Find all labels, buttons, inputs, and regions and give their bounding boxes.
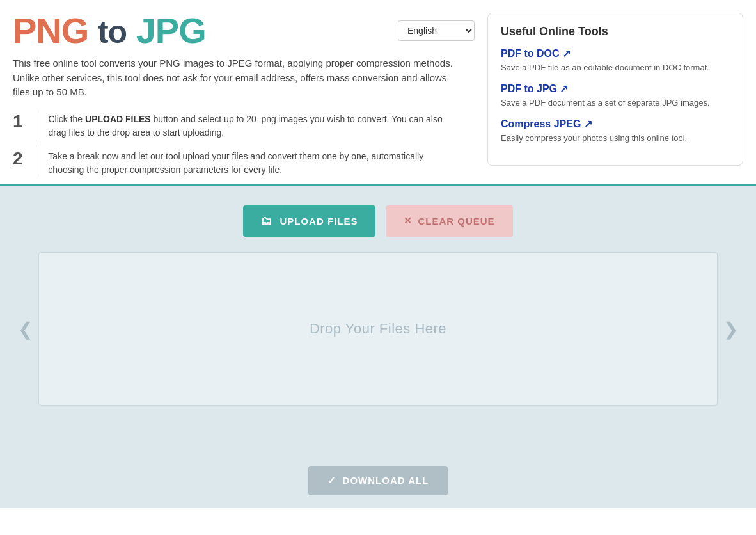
drop-area[interactable]: Drop Your Files Here <box>38 252 718 406</box>
upload-files-button[interactable]: 🗂 UPLOAD FILES <box>243 205 375 237</box>
sidebar-link-pdf-to-doc[interactable]: PDF to DOC ↗ <box>501 47 730 60</box>
download-all-label: DOWNLOAD ALL <box>343 475 429 486</box>
step-1-divider <box>40 110 40 140</box>
upload-icon: 🗂 <box>261 214 273 228</box>
upload-button-label: UPLOAD FILES <box>280 216 358 227</box>
compress-jpeg-desc: Easily compress your photos using this o… <box>501 132 730 144</box>
pdf-to-doc-desc: Save a PDF file as an editable document … <box>501 62 730 74</box>
clear-button-label: CLEAR QUEUE <box>418 216 494 227</box>
step-1-number: 1 <box>13 110 32 133</box>
page-description: This free online tool converts your PNG … <box>13 56 461 100</box>
step-2-divider <box>40 147 40 177</box>
upload-section: 🗂 UPLOAD FILES ✕ CLEAR QUEUE ❮ Drop Your… <box>0 184 756 453</box>
download-all-bar: ✓ DOWNLOAD ALL <box>0 453 756 508</box>
sidebar-title: Useful Online Tools <box>501 25 730 38</box>
step-2-number: 2 <box>13 147 32 170</box>
step-1-text: Click the UPLOAD FILES button and select… <box>48 110 461 140</box>
pdf-to-doc-link[interactable]: PDF to DOC ↗ <box>501 48 571 59</box>
logo-png: PNG <box>13 10 88 51</box>
upload-buttons-row: 🗂 UPLOAD FILES ✕ CLEAR QUEUE <box>13 205 743 237</box>
clear-icon: ✕ <box>404 215 413 227</box>
logo-to: to <box>98 14 127 50</box>
carousel-left-arrow[interactable]: ❮ <box>13 313 38 344</box>
step-2: 2 Take a break now and let our tool uplo… <box>13 147 461 177</box>
useful-tools-sidebar: Useful Online Tools PDF to DOC ↗ Save a … <box>487 13 743 166</box>
carousel-right-arrow[interactable]: ❯ <box>718 313 743 344</box>
download-all-button[interactable]: ✓ DOWNLOAD ALL <box>308 466 448 495</box>
logo-jpg: JPG <box>136 10 206 51</box>
step-2-text: Take a break now and let our tool upload… <box>48 147 461 177</box>
language-selector[interactable]: English Español Français Deutsch Portugu… <box>398 20 475 41</box>
sidebar-link-pdf-to-jpg[interactable]: PDF to JPG ↗ <box>501 83 730 95</box>
site-logo: PNG to JPG <box>13 13 206 49</box>
sidebar-link-compress-jpeg[interactable]: Compress JPEG ↗ <box>501 118 730 130</box>
steps-list: 1 Click the UPLOAD FILES button and sele… <box>13 110 461 177</box>
compress-jpeg-link[interactable]: Compress JPEG ↗ <box>501 118 592 129</box>
pdf-to-jpg-link[interactable]: PDF to JPG ↗ <box>501 83 568 94</box>
step-1: 1 Click the UPLOAD FILES button and sele… <box>13 110 461 140</box>
clear-queue-button[interactable]: ✕ CLEAR QUEUE <box>386 205 512 237</box>
pdf-to-jpg-desc: Save a PDF document as a set of separate… <box>501 97 730 109</box>
drop-text: Drop Your Files Here <box>310 321 446 337</box>
download-all-icon: ✓ <box>327 475 336 486</box>
